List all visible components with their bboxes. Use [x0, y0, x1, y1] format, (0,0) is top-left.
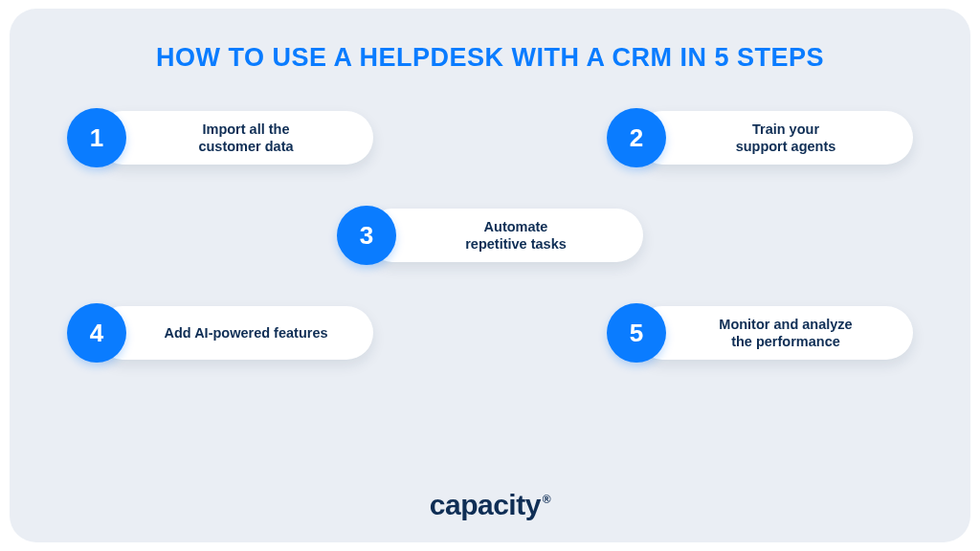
- brand-logo: capacity®: [10, 489, 970, 521]
- step-4-badge: 4: [67, 303, 126, 363]
- step-2-label: Train your support agents: [736, 121, 836, 155]
- registered-mark-icon: ®: [543, 493, 550, 506]
- step-4-body: Add AI-powered features: [96, 306, 373, 360]
- brand-name: capacity: [430, 489, 541, 520]
- step-4-label: Add AI-powered features: [164, 324, 327, 342]
- step-1-badge: 1: [67, 108, 126, 167]
- step-2-badge: 2: [607, 108, 666, 167]
- step-3: 3 Automate repetitive tasks: [337, 205, 643, 266]
- steps-container: 1 Import all the customer data 2 Train y…: [48, 107, 932, 364]
- step-2: 2 Train your support agents: [607, 107, 913, 168]
- step-5-badge: 5: [607, 303, 666, 363]
- step-row-3: 4 Add AI-powered features 5 Monitor and …: [48, 302, 932, 364]
- step-3-label: Automate repetitive tasks: [465, 218, 567, 253]
- step-row-2: 3 Automate repetitive tasks: [48, 205, 932, 266]
- step-1: 1 Import all the customer data: [67, 107, 373, 168]
- step-4: 4 Add AI-powered features: [67, 302, 373, 364]
- step-row-1: 1 Import all the customer data 2 Train y…: [48, 107, 932, 168]
- step-3-body: Automate repetitive tasks: [366, 209, 643, 262]
- step-1-label: Import all the customer data: [198, 121, 293, 155]
- step-2-body: Train your support agents: [635, 111, 913, 165]
- step-5-body: Monitor and analyze the performance: [635, 306, 913, 360]
- step-1-body: Import all the customer data: [96, 111, 373, 165]
- infographic-card: HOW TO USE A HELPDESK WITH A CRM IN 5 ST…: [10, 9, 970, 542]
- step-5-label: Monitor and analyze the performance: [719, 316, 852, 350]
- page-title: HOW TO USE A HELPDESK WITH A CRM IN 5 ST…: [48, 43, 932, 73]
- step-5: 5 Monitor and analyze the performance: [607, 302, 913, 364]
- step-3-badge: 3: [337, 206, 396, 265]
